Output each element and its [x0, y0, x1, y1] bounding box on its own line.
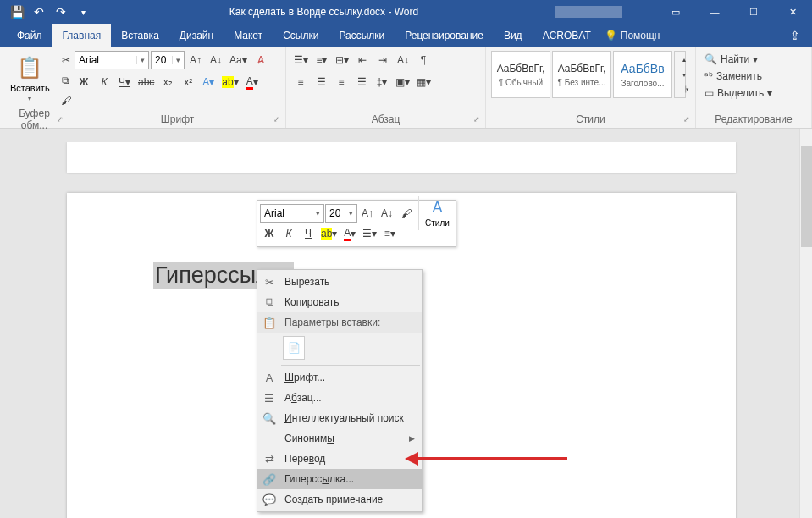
menu-new-comment[interactable]: 💬Создать примечание [257, 489, 422, 510]
save-icon[interactable]: 💾 [7, 2, 27, 22]
share-icon[interactable]: ⇪ [778, 29, 812, 42]
mt-bullets-icon[interactable]: ☰▾ [360, 224, 379, 243]
dialog-launcher-icon[interactable]: ⤢ [473, 115, 480, 124]
bullets-icon[interactable]: ☰▾ [291, 51, 311, 69]
mt-font-combo[interactable]: ▾ [260, 204, 324, 223]
font-size-combo[interactable]: ▾ [151, 51, 185, 69]
editing-group-label: Редактирование [715, 113, 792, 125]
tab-home[interactable]: Главная [52, 24, 112, 47]
decrease-indent-icon[interactable]: ⇤ [353, 51, 372, 69]
text-effects-icon[interactable]: A▾ [199, 73, 218, 91]
qat-customize-icon[interactable]: ▾ [73, 2, 93, 22]
mt-italic-button[interactable]: К [279, 224, 298, 243]
close-icon[interactable]: ✕ [773, 0, 812, 24]
mt-format-painter-icon[interactable]: 🖌 [397, 204, 416, 223]
tab-review[interactable]: Рецензирование [395, 24, 494, 47]
redo-icon[interactable]: ↷ [51, 2, 71, 22]
ribbon-display-icon[interactable]: ▭ [656, 0, 695, 24]
mt-bold-button[interactable]: Ж [260, 224, 279, 243]
tab-acrobat[interactable]: ACROBAT [533, 24, 601, 47]
bold-button[interactable]: Ж [75, 73, 93, 91]
paste-options-row: 📄 [257, 333, 422, 363]
line-spacing-icon[interactable]: ‡▾ [373, 73, 391, 91]
menu-translate[interactable]: ⇄Перевод [257, 449, 422, 469]
paste-icon: 📋 [261, 317, 278, 329]
align-center-icon[interactable]: ☰ [312, 73, 330, 91]
italic-button[interactable]: К [95, 73, 113, 91]
subscript-icon[interactable]: x₂ [158, 73, 177, 91]
style-heading1[interactable]: АаБбВвЗаголово... [613, 51, 672, 98]
undo-icon[interactable]: ↶ [29, 2, 49, 22]
annotation-arrow [415, 457, 567, 460]
numbering-icon[interactable]: ≡▾ [312, 51, 331, 69]
paste-button[interactable]: 📋 Вставить ▾ [5, 51, 55, 106]
menu-font[interactable]: AШрифт... [257, 367, 422, 388]
clear-formatting-icon[interactable]: A̷ [251, 51, 270, 69]
font-color-icon[interactable]: A▾ [243, 73, 262, 91]
menu-synonyms[interactable]: Синонимы▶ [257, 428, 422, 449]
styles-up-icon[interactable]: ▴ [675, 52, 693, 67]
styles-more-icon[interactable]: ⎹▾ [675, 82, 693, 97]
tab-file[interactable]: Файл [7, 24, 52, 47]
tab-insert[interactable]: Вставка [111, 24, 169, 47]
dialog-launcher-icon[interactable]: ⤢ [57, 115, 64, 124]
tab-view[interactable]: Вид [494, 24, 533, 47]
shading-icon[interactable]: ▣▾ [393, 73, 412, 91]
mt-shrink-font-icon[interactable]: A↓ [378, 204, 396, 223]
borders-icon[interactable]: ▦▾ [414, 73, 434, 91]
find-button[interactable]: 🔍 Найти ▾ [701, 51, 761, 68]
menu-hyperlink[interactable]: 🔗Гиперссылка... [257, 469, 422, 489]
annotation-arrow-head [405, 452, 418, 466]
mt-numbering-icon[interactable]: ≡▾ [380, 224, 399, 243]
increase-indent-icon[interactable]: ⇥ [373, 51, 392, 69]
styles-down-icon[interactable]: ▾ [675, 67, 693, 82]
menu-copy[interactable]: ⧉Копировать [257, 292, 422, 312]
group-styles: АаБбВвГг,¶ Обычный АаБбВвГг,¶ Без инте..… [486, 47, 696, 128]
highlight-icon[interactable]: ab▾ [219, 73, 240, 91]
multilevel-list-icon[interactable]: ⊟▾ [333, 51, 351, 69]
menu-smart-lookup[interactable]: 🔍Интеллектуальный поиск [257, 408, 422, 428]
ribbon-tabs: Файл Главная Вставка Дизайн Макет Ссылки… [0, 24, 812, 47]
maximize-icon[interactable]: ☐ [734, 0, 773, 24]
tab-layout[interactable]: Макет [224, 24, 273, 47]
mt-font-color-icon[interactable]: A▾ [340, 224, 359, 243]
menu-paragraph[interactable]: ☰Абзац... [257, 388, 422, 408]
mt-styles-button[interactable]: A Стили [422, 199, 453, 228]
font-name-input[interactable] [75, 52, 136, 69]
select-button[interactable]: ▭ Выделить ▾ [701, 85, 776, 102]
tell-me[interactable]: 💡 Помощн [605, 30, 660, 41]
underline-button[interactable]: Ч▾ [115, 73, 134, 91]
translate-icon: ⇄ [261, 453, 278, 466]
align-right-icon[interactable]: ≡ [332, 73, 351, 91]
style-no-spacing[interactable]: АаБбВвГг,¶ Без инте... [552, 51, 611, 98]
tab-mailings[interactable]: Рассылки [329, 24, 395, 47]
minimize-icon[interactable]: — [695, 0, 734, 24]
mt-size-combo[interactable]: ▾ [325, 204, 357, 223]
justify-icon[interactable]: ☰ [352, 73, 371, 91]
paste-icon: 📋 [16, 54, 43, 81]
align-left-icon[interactable]: ≡ [291, 73, 310, 91]
tab-design[interactable]: Дизайн [169, 24, 224, 47]
strikethrough-icon[interactable]: abc [135, 73, 157, 91]
superscript-icon[interactable]: x² [179, 73, 197, 91]
dialog-launcher-icon[interactable]: ⤢ [273, 115, 280, 124]
dialog-launcher-icon[interactable]: ⤢ [683, 115, 690, 124]
show-marks-icon[interactable]: ¶ [414, 51, 433, 69]
mt-highlight-icon[interactable]: ab▾ [318, 224, 340, 243]
font-name-combo[interactable]: ▾ [75, 51, 149, 69]
style-normal[interactable]: АаБбВвГг,¶ Обычный [491, 51, 550, 98]
vertical-scrollbar[interactable] [799, 129, 812, 518]
sort-icon[interactable]: A↓ [394, 51, 412, 69]
scroll-thumb[interactable] [801, 146, 812, 247]
menu-cut[interactable]: ✂Вырезать [257, 272, 422, 292]
tab-references[interactable]: Ссылки [273, 24, 329, 47]
change-case-icon[interactable]: Aa▾ [227, 51, 250, 69]
replace-button[interactable]: ᵃᵇ Заменить [701, 68, 765, 85]
mt-grow-font-icon[interactable]: A↑ [358, 204, 377, 223]
shrink-font-icon[interactable]: A↓ [207, 51, 225, 69]
cut-icon: ✂ [261, 276, 278, 289]
font-size-input[interactable] [152, 52, 172, 69]
mt-underline-button[interactable]: Ч [299, 224, 318, 243]
grow-font-icon[interactable]: A↑ [186, 51, 205, 69]
paste-keep-source-icon[interactable]: 📄 [283, 336, 305, 360]
